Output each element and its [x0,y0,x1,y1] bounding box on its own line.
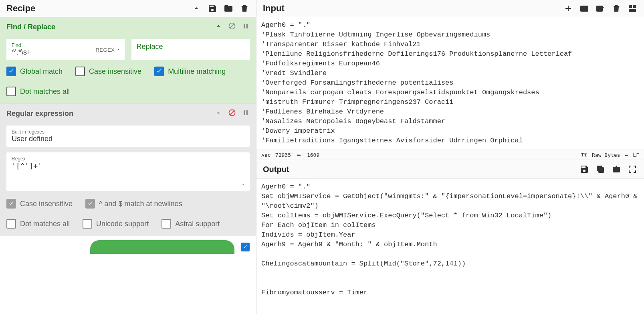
bake-button[interactable] [90,240,234,254]
svg-rect-3 [246,24,248,28]
raw-bytes-toggle[interactable]: Raw Bytes [592,152,620,158]
trash-icon[interactable] [239,3,250,14]
disable-icon[interactable] [228,22,236,32]
maximize-output-icon[interactable] [627,164,638,174]
check-unicode-support[interactable]: Unicode support [83,219,149,229]
operation-find-replace: Find / Replace Find REGEX Replace [0,17,256,104]
reset-layout-icon[interactable] [627,3,638,14]
check-multiline[interactable]: Multiline matching [154,67,226,76]
svg-rect-7 [246,110,248,115]
svg-rect-11 [633,5,636,8]
svg-rect-13 [297,153,301,153]
check-astral-support[interactable]: Astral support [162,219,220,229]
eol-arrow-icon: ← [625,152,628,158]
op-title: Find / Replace [6,23,55,31]
svg-rect-2 [244,24,245,28]
op-title: Regular expression [6,109,73,118]
svg-rect-9 [597,6,602,11]
svg-line-5 [230,110,234,115]
svg-rect-17 [597,166,602,171]
char-count-icon: ᴀʙᴄ [261,152,271,158]
builtin-regexes-select[interactable]: Built in regexes User defined [6,126,250,147]
recipe-title: Recipe [6,3,35,14]
svg-line-1 [230,24,234,28]
save-output-icon[interactable] [579,164,589,174]
regex-label: Regex [12,156,244,162]
regex-input[interactable] [12,162,244,186]
font-icon[interactable]: Tᴛ [581,152,587,158]
builtin-value: User defined [12,135,244,143]
output-header: Output [256,160,644,179]
line-count-icon [296,152,302,158]
open-file-icon[interactable] [595,3,606,14]
eol-indicator[interactable]: LF [633,152,639,158]
chevron-up-icon[interactable] [214,109,222,118]
move-output-icon[interactable] [611,164,622,174]
operation-regex: Regular expression Built in regexes User… [0,104,256,236]
replace-input-container[interactable]: Replace [131,39,250,60]
pause-icon[interactable] [242,109,250,118]
replace-label: Replace [137,43,163,51]
auto-bake-checkbox[interactable] [241,243,250,251]
input-title: Input [263,3,285,14]
copy-output-icon[interactable] [595,164,606,174]
add-tab-icon[interactable] [563,3,573,14]
regex-dropdown[interactable]: REGEX [95,47,120,53]
collapse-icon[interactable] [191,3,202,14]
pause-icon[interactable] [242,22,250,32]
line-count: 1609 [307,152,319,158]
recipe-header: Recipe [0,0,256,17]
check-dot-matches-all[interactable]: Dot matches all [6,87,70,96]
char-count: 72935 [275,152,291,158]
input-header: Input [256,0,644,17]
find-input-container[interactable]: Find REGEX [6,39,125,60]
check-case-insensitive[interactable]: Case insensitive [75,67,141,76]
input-textarea[interactable]: Agerh0 = "." 'Plask Tinfolierne Udtmning… [256,17,644,150]
check-caret-dollar-newlines[interactable]: ^ and $ match at newlines [85,199,182,209]
builtin-label: Built in regexes [12,129,244,135]
folder-icon[interactable] [223,3,234,14]
open-folder-icon[interactable] [579,3,589,14]
output-title: Output [263,165,289,174]
recipe-footer [0,236,256,258]
disable-icon[interactable] [228,109,236,118]
regex-input-container[interactable]: Regex [6,152,250,191]
clear-input-icon[interactable] [611,3,622,14]
svg-rect-14 [297,154,300,154]
check-dot-matches-all[interactable]: Dot matches all [6,219,70,229]
svg-rect-10 [629,5,632,8]
svg-rect-15 [297,155,301,156]
check-case-insensitive[interactable]: Case insensitive [6,199,73,209]
output-textarea[interactable]: Agerh0 = "." Set objWMIService = GetObje… [256,179,644,314]
chevron-up-icon[interactable] [214,22,222,32]
svg-rect-6 [244,110,245,115]
svg-rect-12 [629,9,636,12]
input-status-bar: ᴀʙᴄ 72935 1609 Tᴛ Raw Bytes ← LF [256,150,644,160]
svg-rect-8 [581,6,588,11]
save-icon[interactable] [207,3,218,14]
check-global-match[interactable]: Global match [6,67,63,76]
